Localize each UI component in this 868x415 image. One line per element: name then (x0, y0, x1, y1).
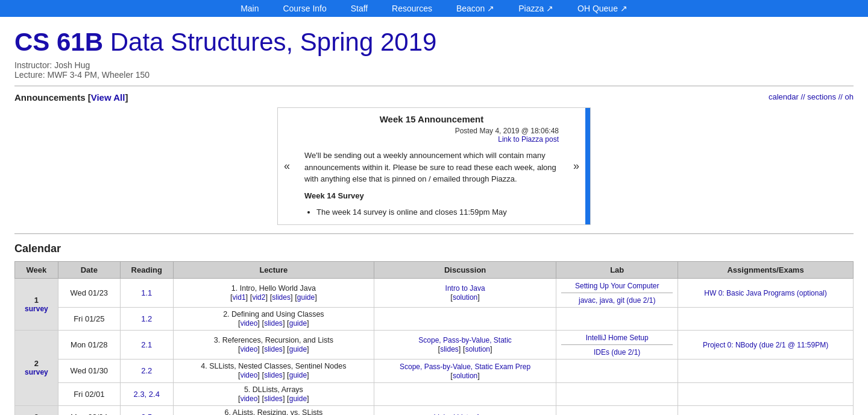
slides-link[interactable]: slides (264, 394, 283, 403)
javac-link[interactable]: javac, java, git (due 2/1) (579, 296, 655, 305)
col-week: Week (15, 261, 58, 278)
table-row: 2 survey Mon 01/28 2.1 3. References, Re… (15, 330, 854, 359)
assign-cell: Project 0: NBody (due 2/1 @ 11:59PM) (678, 330, 854, 359)
calendar-title: Calendar (14, 242, 854, 255)
calendar-table: Week Date Reading Lecture Discussion Lab… (14, 261, 854, 416)
discussion-cell: Intro to Java [solution] (374, 278, 556, 307)
video-link[interactable]: video (241, 394, 258, 403)
discussion-cell: Scope, Pass-by-Value, Static [slides] [s… (374, 330, 556, 359)
slides-link[interactable]: slides (264, 319, 283, 328)
solution-link[interactable]: solution (453, 372, 477, 380)
nav-staff[interactable]: Staff (351, 4, 368, 13)
guide-link[interactable]: guide (289, 319, 307, 328)
nav-main[interactable]: Main (241, 4, 259, 13)
intro-java-link[interactable]: Intro to Java (445, 284, 485, 293)
reading-cell: 1.2 (120, 307, 173, 330)
video-link[interactable]: video (241, 345, 258, 353)
vid2-link[interactable]: vid2 (252, 293, 265, 302)
reading-link[interactable]: 1.1 (141, 288, 152, 297)
guide-link[interactable]: guide (289, 371, 307, 379)
table-row: Fri 01/25 1.2 2. Defining and Using Clas… (15, 307, 854, 330)
lecture-cell: 6. ALists, Resizing, vs. SLists [video] … (173, 405, 374, 415)
reading-cell: 1.1 (120, 278, 173, 307)
reading-link[interactable]: 2.2 (141, 366, 152, 375)
slides-link[interactable]: slides (264, 345, 283, 353)
reading-link[interactable]: 2.5 (141, 413, 152, 416)
lecture-cell: 2. Defining and Using Classes [video] [s… (173, 307, 374, 330)
col-lab: Lab (556, 261, 678, 278)
view-all-link[interactable]: View All (91, 92, 125, 103)
nav-piazza[interactable]: Piazza ↗ (518, 4, 553, 13)
reading-link[interactable]: 1.2 (141, 314, 152, 323)
lab-cell (556, 307, 678, 330)
lecture-cell: 1. Intro, Hello World Java [vid1] [vid2]… (173, 278, 374, 307)
guide-link[interactable]: guide (289, 394, 307, 403)
lab-cell (556, 405, 678, 415)
carousel-title: Week 15 Announcement (304, 114, 559, 124)
week-1-survey-link[interactable]: survey (20, 305, 53, 313)
reading-cell: 2.1 (120, 330, 173, 359)
slides-link[interactable]: slides (440, 345, 459, 353)
page-header: CS 61B Data Structures, Spring 2019 Inst… (0, 17, 868, 86)
intellij-link[interactable]: IntelliJ Home Setup (586, 334, 649, 342)
date-cell: Fri 02/01 (58, 382, 120, 405)
scope-link[interactable]: Scope, Pass-by-Value, Static (418, 336, 512, 344)
video-link[interactable]: video (241, 319, 258, 328)
calendar-link[interactable]: calendar (769, 92, 799, 101)
table-row: Wed 01/30 2.2 4. SLLists, Nested Classes… (15, 359, 854, 382)
assign-cell (678, 405, 854, 415)
reading-cell: 2.5 (120, 405, 173, 415)
announcement-para1: We'll be sending out a weekly announceme… (304, 150, 559, 185)
lab-cell: Setting Up Your Computer javac, java, gi… (556, 278, 678, 307)
slides-link[interactable]: slides (264, 371, 283, 379)
proj0-link[interactable]: Project 0: NBody (due 2/1 @ 11:59PM) (703, 341, 828, 349)
carousel-content: Week 15 Announcement Posted May 4, 2019 … (296, 108, 567, 224)
sections-link[interactable]: sections (807, 92, 836, 101)
carousel-next-button[interactable]: » (567, 160, 585, 173)
discussion-cell (374, 382, 556, 405)
reading-cell: 2.3, 2.4 (120, 382, 173, 405)
solution-link[interactable]: solution (465, 345, 490, 353)
date-cell: Wed 01/30 (58, 359, 120, 382)
assign-cell (678, 382, 854, 405)
col-assignments: Assignments/Exams (678, 261, 854, 278)
piazza-post-link[interactable]: Link to Piazza post (498, 135, 559, 144)
hw0-link[interactable]: HW 0: Basic Java Programs (optional) (704, 289, 826, 297)
vid1-link[interactable]: vid1 (233, 293, 246, 302)
linked-lists-link[interactable]: Linked Lists, Arrays (434, 413, 497, 416)
carousel-progress-bar (585, 108, 590, 224)
solution-link[interactable]: solution (453, 293, 477, 302)
table-header-row: Week Date Reading Lecture Discussion Lab… (15, 261, 854, 278)
video-link[interactable]: video (241, 371, 258, 379)
carousel-meta: Posted May 4, 2019 @ 18:06:48 Link to Pi… (304, 127, 559, 144)
nav-course-info[interactable]: Course Info (283, 4, 326, 13)
slides-link[interactable]: slides (272, 293, 291, 302)
assign-cell: HW 0: Basic Java Programs (optional) (678, 278, 854, 307)
reading-link[interactable]: 2.1 (141, 340, 152, 349)
calendar-section: Calendar Week Date Reading Lecture Discu… (0, 234, 868, 416)
carousel-prev-button[interactable]: « (278, 160, 296, 173)
course-subtitle: Data Structures, Spring 2019 (110, 28, 437, 56)
announcements-title: Announcements [View All] (14, 92, 128, 103)
nav-oh-queue[interactable]: OH Queue ↗ (577, 4, 627, 13)
site-title: CS 61B Data Structures, Spring 2019 (14, 28, 854, 57)
nav-resources[interactable]: Resources (392, 4, 432, 13)
guide-link[interactable]: guide (289, 345, 307, 353)
scope-exam-link[interactable]: Scope, Pass-by-Value, Static Exam Prep (400, 363, 530, 371)
col-reading: Reading (120, 261, 173, 278)
carousel-body: We'll be sending out a weekly announceme… (304, 150, 559, 218)
date-cell: Mon 01/28 (58, 330, 120, 359)
week-2-survey-link[interactable]: survey (20, 368, 53, 376)
setting-up-link[interactable]: Setting Up Your Computer (575, 282, 659, 290)
week-1-cell: 1 survey (15, 278, 58, 330)
col-date: Date (58, 261, 120, 278)
oh-link[interactable]: oh (845, 92, 854, 101)
top-navigation: Main Course Info Staff Resources Beacon … (0, 0, 868, 17)
nav-beacon[interactable]: Beacon ↗ (456, 4, 494, 13)
reading-link[interactable]: 2.3, 2.4 (134, 390, 160, 399)
lecture-cell: 5. DLLists, Arrays [video] [slides] [gui… (173, 382, 374, 405)
ides-link[interactable]: IDEs (due 2/1) (594, 348, 640, 356)
guide-link[interactable]: guide (297, 293, 315, 302)
course-number: CS 61B (14, 28, 103, 56)
date-cell: Wed 01/23 (58, 278, 120, 307)
